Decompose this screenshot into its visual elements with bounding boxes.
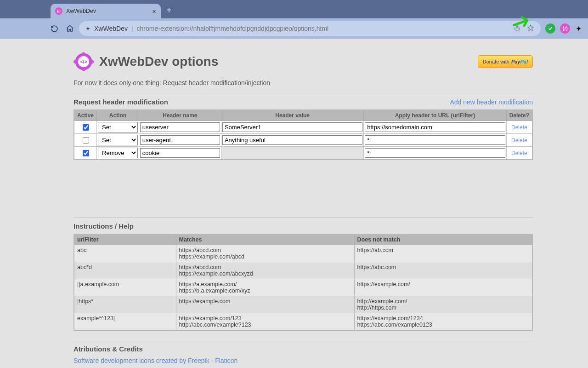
tab-strip: ⟨/⟩ XwWebDev × + [0,0,588,18]
address-app: XwWebDev [94,25,128,32]
help-col-matches: Matches [176,234,354,245]
new-tab-button[interactable]: + [166,5,172,16]
active-checkbox[interactable] [83,124,89,131]
help-filter: abc [74,245,176,262]
delete-link[interactable]: Delete [511,137,527,144]
svg-text:</>: </> [80,59,87,64]
donate-button[interactable]: Donate with PayPal [478,55,533,68]
help-matches: https://example.com/123 http://abc.com/e… [176,313,354,331]
help-nomatch: http://example.com/ http://https.com [354,296,532,313]
close-tab-icon[interactable]: × [152,8,156,15]
col-action: Action [97,110,139,121]
header-name-input[interactable] [140,122,220,132]
help-filter: |https* [74,296,176,313]
app-logo: </> [74,52,94,72]
table-row: RemoveDelete [74,147,532,160]
help-matches: https://abcd.com https://example.com/abc… [176,262,354,279]
home-button[interactable] [65,24,74,33]
attrib-heading: Atributions & Credits [74,345,533,353]
table-row: SetDelete [74,134,532,147]
header-value-input[interactable] [222,135,362,145]
url-filter-input[interactable] [365,122,505,132]
bookmark-icon[interactable] [527,24,534,33]
active-checkbox[interactable] [83,137,89,144]
table-row: ||a.example.comhttps://a.example.com/ ht… [74,279,532,296]
address-path: chrome-extension://nhalolffjmmehdofclpgn… [137,25,329,32]
col-delete: Delete? [506,110,532,121]
delete-link[interactable]: Delete [511,150,527,156]
help-nomatch: https://abc.com [354,262,532,279]
rules-table: Active Action Header name Header value A… [74,109,533,160]
col-name: Header name [139,110,221,121]
share-icon[interactable] [514,24,520,33]
page-title: XwWebDev options [99,54,218,69]
header-name-input[interactable] [140,148,220,158]
help-filter: ||a.example.com [74,279,176,296]
ext-badge-app[interactable]: ⟨/⟩ [560,23,570,34]
table-row: abchttps://abcd.com https://example.com/… [74,245,532,262]
table-row: abc*dhttps://abcd.com https://example.co… [74,262,532,279]
help-col-nomatch: Does not match [354,234,532,245]
help-col-filter: urlFilter [74,234,176,245]
action-select[interactable]: Set [98,135,138,145]
col-active: Active [74,110,97,121]
attrib-link[interactable]: Software development icons created by Fr… [74,357,237,364]
ext-badge-green[interactable] [545,23,555,34]
tab-title: XwWebDev [66,8,148,14]
svg-rect-2 [82,52,85,55]
header-value-input[interactable] [222,122,362,132]
action-select[interactable]: Remove [98,148,138,158]
help-nomatch: https://example.com/1234 https://abc.com… [354,313,532,331]
active-checkbox[interactable] [83,150,89,156]
toolbar: ✦ XwWebDev | chrome-extension://nhalolff… [0,18,588,39]
col-value: Header value [221,110,363,121]
help-matches: https://abcd.com https://example.com/abc… [176,245,354,262]
extensions-icon[interactable]: ✦ [576,24,582,33]
url-filter-input[interactable] [365,148,505,158]
help-heading: Instructions / Help [74,217,533,230]
table-row: SetDelete [74,121,532,134]
extension-icon: ✦ [85,25,90,32]
reload-button[interactable] [50,25,59,33]
help-nomatch: https://ab.com [354,245,532,262]
header-name-input[interactable] [140,135,220,145]
action-select[interactable]: Set [98,122,138,132]
intro-text: For now it does only one thing: Request … [74,79,533,86]
add-rule-link[interactable]: Add new header modification [450,98,533,106]
rules-heading: Request header modification [74,98,168,106]
favicon: ⟨/⟩ [55,7,62,15]
help-table: urlFilter Matches Does not match abchttp… [74,234,533,331]
help-matches: https://a.example.com/ https://b.a.examp… [176,279,354,296]
help-matches: https://example.com [176,296,354,313]
donate-prefix: Donate with [483,59,509,64]
url-filter-input[interactable] [365,135,505,145]
col-url: Apply header to URL (urlFilter) [364,110,506,121]
help-filter: abc*d [74,262,176,279]
address-bar[interactable]: ✦ XwWebDev | chrome-extension://nhalolff… [79,21,541,36]
help-filter: example*^123| [74,313,176,331]
table-row: |https*https://example.comhttp://example… [74,296,532,313]
delete-link[interactable]: Delete [511,124,527,131]
table-row: example*^123|https://example.com/123 htt… [74,313,532,331]
svg-rect-3 [82,69,85,71]
browser-tab[interactable]: ⟨/⟩ XwWebDev × [51,4,161,18]
help-nomatch: https://example.com/ [354,279,532,296]
